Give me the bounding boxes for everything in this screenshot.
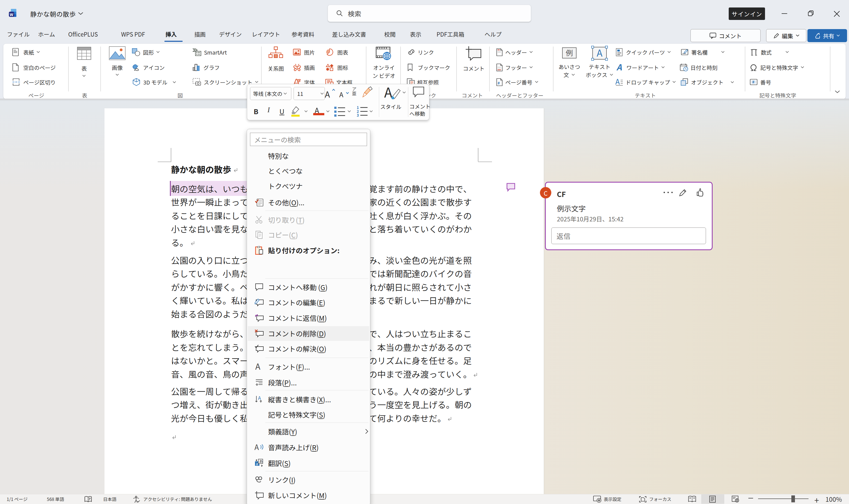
svg-text:#: #: [752, 79, 755, 85]
svg-text:3: 3: [357, 112, 359, 117]
svg-text:A: A: [384, 85, 392, 102]
svg-text:A: A: [255, 362, 261, 371]
svg-text:あ: あ: [259, 458, 263, 464]
svg-text:A: A: [254, 443, 259, 451]
svg-text:例: 例: [566, 48, 573, 58]
svg-text:A: A: [615, 78, 620, 86]
svg-text:A: A: [616, 64, 622, 71]
svg-text:W: W: [10, 12, 13, 17]
svg-text:字: 字: [297, 78, 301, 83]
svg-text:#: #: [497, 80, 500, 86]
svg-text:A: A: [597, 46, 603, 59]
svg-text:a: a: [256, 461, 258, 466]
